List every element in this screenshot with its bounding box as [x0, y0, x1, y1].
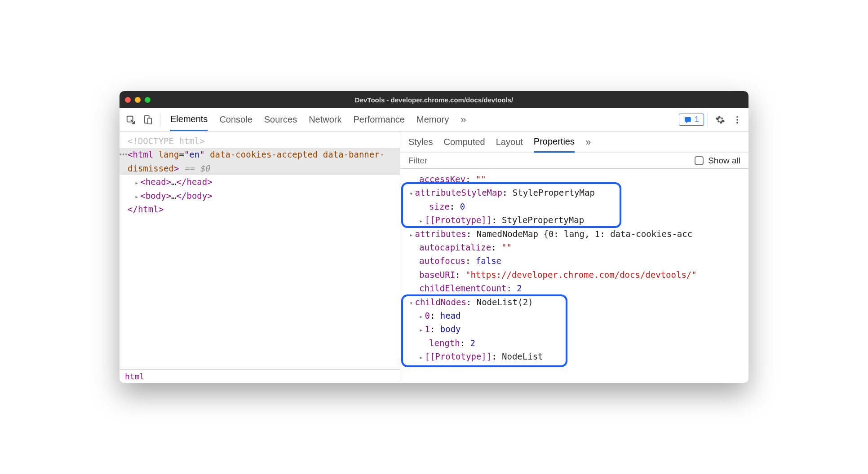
- maximize-window-button[interactable]: [145, 97, 151, 103]
- main-tabs: Elements Console Sources Network Perform…: [164, 108, 466, 131]
- prop-accesskey[interactable]: accessKey: "": [406, 172, 748, 186]
- svg-rect-2: [148, 118, 151, 124]
- dom-doctype[interactable]: <!DOCTYPE html>: [120, 134, 400, 148]
- dom-head-element[interactable]: <head>…</head>: [120, 175, 400, 189]
- prop-cn-1[interactable]: 1: body: [406, 322, 748, 336]
- dom-body-element[interactable]: <body>…</body>: [120, 189, 400, 202]
- prop-asm-prototype[interactable]: [[Prototype]]: StylePropertyMap: [406, 213, 748, 227]
- prop-autocapitalize[interactable]: autocapitalize: "": [406, 241, 748, 254]
- titlebar: DevTools - developer.chrome.com/docs/dev…: [120, 91, 748, 108]
- prop-childnodes[interactable]: childNodes: NodeList(2): [406, 295, 748, 309]
- prop-cn-prototype[interactable]: [[Prototype]]: NodeList: [406, 350, 748, 363]
- tab-console[interactable]: Console: [219, 108, 252, 131]
- subtab-properties[interactable]: Properties: [534, 132, 575, 153]
- properties-list[interactable]: accessKey: "" attributeStyleMap: StylePr…: [400, 169, 748, 383]
- svg-point-4: [736, 116, 738, 118]
- properties-filter-bar: Show all: [400, 153, 748, 169]
- svg-point-5: [736, 119, 738, 121]
- prop-attributestylemap[interactable]: attributeStyleMap: StylePropertyMap: [406, 186, 748, 199]
- window-title: DevTools - developer.chrome.com/docs/dev…: [120, 96, 748, 104]
- tab-elements[interactable]: Elements: [170, 108, 208, 131]
- svg-point-6: [736, 122, 738, 123]
- subtab-computed[interactable]: Computed: [443, 132, 485, 153]
- prop-baseuri[interactable]: baseURI: "https://developer.chrome.com/d…: [406, 268, 748, 281]
- subtab-layout[interactable]: Layout: [496, 132, 523, 153]
- toolbar-separator: [160, 113, 160, 127]
- close-window-button[interactable]: [125, 97, 131, 103]
- inspect-element-icon[interactable]: [122, 111, 139, 128]
- tab-memory[interactable]: Memory: [416, 108, 449, 131]
- show-all-toggle[interactable]: Show all: [695, 156, 740, 166]
- more-subtabs-icon[interactable]: »: [585, 136, 591, 148]
- settings-icon[interactable]: [712, 111, 729, 128]
- dom-tree[interactable]: <!DOCTYPE html> <html lang="en" data-coo…: [120, 132, 400, 369]
- prop-autofocus[interactable]: autofocus: false: [406, 254, 748, 268]
- more-options-icon[interactable]: [729, 111, 746, 128]
- dom-html-element[interactable]: <html lang="en" data-cookies-accepted da…: [120, 148, 400, 175]
- breadcrumb[interactable]: html: [120, 369, 400, 383]
- minimize-window-button[interactable]: [135, 97, 141, 103]
- prop-asm-size[interactable]: size: 0: [406, 200, 748, 213]
- dom-html-close[interactable]: </html>: [120, 202, 400, 216]
- sidebar-pane: Styles Computed Layout Properties » Show…: [400, 132, 748, 383]
- svg-rect-3: [685, 117, 691, 122]
- subtab-styles[interactable]: Styles: [408, 132, 433, 153]
- issues-badge[interactable]: 1: [679, 114, 704, 126]
- show-all-label: Show all: [708, 156, 740, 166]
- tab-performance[interactable]: Performance: [354, 108, 405, 131]
- issues-count: 1: [695, 115, 699, 124]
- more-tabs-icon[interactable]: »: [461, 114, 466, 126]
- prop-attributes[interactable]: attributes: NamedNodeMap {0: lang, 1: da…: [406, 227, 748, 241]
- main-toolbar: Elements Console Sources Network Perform…: [120, 108, 748, 132]
- prop-childelementcount[interactable]: childElementCount: 2: [406, 281, 748, 295]
- tab-network[interactable]: Network: [309, 108, 341, 131]
- toolbar-separator: [708, 113, 708, 127]
- content-area: <!DOCTYPE html> <html lang="en" data-coo…: [120, 132, 748, 383]
- window-controls: [125, 97, 151, 103]
- tab-sources[interactable]: Sources: [264, 108, 297, 131]
- prop-cn-0[interactable]: 0: head: [406, 309, 748, 322]
- devtools-window: DevTools - developer.chrome.com/docs/dev…: [120, 91, 748, 383]
- device-toggle-icon[interactable]: [139, 111, 156, 128]
- sidebar-tabs: Styles Computed Layout Properties »: [400, 132, 748, 153]
- filter-input[interactable]: [408, 156, 498, 166]
- show-all-checkbox[interactable]: [695, 156, 704, 165]
- elements-panel: <!DOCTYPE html> <html lang="en" data-coo…: [120, 132, 400, 383]
- prop-cn-length[interactable]: length: 2: [406, 336, 748, 350]
